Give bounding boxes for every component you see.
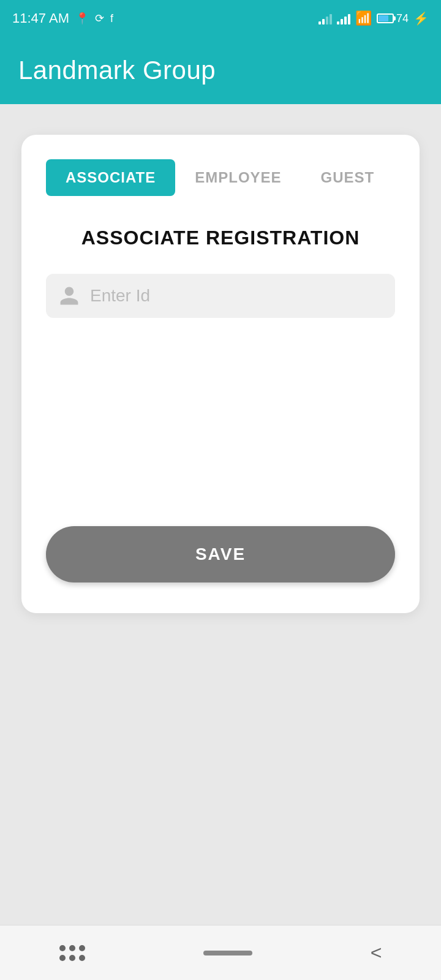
wifi-icon: 📶 [355,10,372,26]
signal-bars-2 [337,12,350,24]
nav-back-button[interactable]: < [371,941,382,964]
signal-bars-1 [318,12,332,24]
signal-bar [337,21,339,24]
app-title: Landmark Group [18,56,216,85]
id-input-wrapper [46,274,395,318]
facebook-icon: f [110,12,113,25]
signal-bar [330,14,332,24]
tab-employee[interactable]: EMPLOYEE [175,159,301,196]
dot [79,945,85,951]
dot [59,955,66,961]
signal-bar [341,19,343,24]
nav-apps-icon[interactable] [59,945,85,961]
charging-icon: ⚡ [413,11,429,26]
signal-bar [348,14,350,24]
app-bar: Landmark Group [0,37,441,104]
time-display: 11:47 AM [12,10,69,26]
form-spacer [46,342,395,526]
dot [79,955,85,961]
save-button[interactable]: SAVE [46,526,395,582]
battery-fill [379,15,389,21]
nav-home-button[interactable] [203,951,252,956]
status-bar: 11:47 AM 📍 ⟳ f 📶 74 ⚡ [0,0,441,37]
signal-bar [322,19,325,24]
signal-bar [326,17,328,24]
dot [69,955,75,961]
id-input[interactable] [90,286,383,306]
sync-icon: ⟳ [95,12,104,25]
status-time: 11:47 AM 📍 ⟳ f [12,10,113,26]
section-title: ASSOCIATE REGISTRATION [46,227,395,249]
battery-icon [377,13,394,23]
tab-bar: ASSOCIATE EMPLOYEE GUEST [46,159,395,196]
dot [69,945,75,951]
signal-bar [344,17,347,24]
signal-bar [318,21,321,24]
main-content: ASSOCIATE EMPLOYEE GUEST ASSOCIATE REGIS… [0,104,441,943]
tab-associate[interactable]: ASSOCIATE [46,159,175,196]
dot [59,945,66,951]
battery-percent: 74 [396,12,409,25]
battery-container: 74 [377,12,409,25]
location-icon: 📍 [75,12,89,25]
bottom-nav: < [0,925,441,980]
registration-card: ASSOCIATE EMPLOYEE GUEST ASSOCIATE REGIS… [21,135,420,613]
person-icon [58,285,80,307]
status-icons: 📶 74 ⚡ [318,10,429,26]
tab-guest[interactable]: GUEST [301,159,394,196]
